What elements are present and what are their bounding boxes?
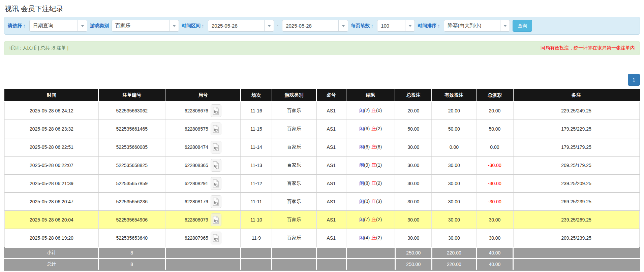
date-to-select[interactable]: 2025-05-28: [282, 20, 348, 32]
game-cell: 百家乐: [272, 156, 316, 174]
round-number: 622808291: [185, 181, 208, 186]
total-bet-link[interactable]: 30.00: [395, 174, 432, 193]
total-bet-link[interactable]: 20.00: [395, 102, 432, 120]
total-bet-link[interactable]: 30.00: [395, 138, 432, 156]
table-no-cell: AS1: [316, 102, 346, 120]
banker-score: (0): [376, 108, 382, 113]
result-cell: 闲(4)庄(2): [346, 229, 395, 247]
chevron-down-icon[interactable]: [78, 20, 87, 31]
player-score: (6): [364, 144, 370, 149]
subtotal-row: 小计 8 250.00 220.00 40.00: [5, 247, 640, 259]
game-cell: 百家乐: [272, 120, 316, 138]
table-row: 2025-05-28 06:21:39 522535657859 6228082…: [5, 174, 640, 193]
total-payout: 40.00: [476, 259, 513, 270]
round-number: 622808079: [185, 217, 208, 223]
video-file-icon: [213, 107, 219, 115]
round-number: 622808179: [185, 199, 208, 204]
chevron-down-icon[interactable]: [500, 20, 510, 31]
banker-label: 庄: [371, 162, 376, 168]
result-cell: 闲(6)庄(6): [346, 138, 395, 156]
result-cell: 闲(6)庄(2): [346, 120, 395, 138]
bet-id-cell: 522535658825: [98, 156, 165, 174]
player-label: 闲: [359, 144, 364, 149]
round-cell: 622808474: [165, 138, 241, 156]
round-cell: 622807965: [165, 229, 241, 247]
total-bet-link[interactable]: 30.00: [395, 211, 432, 229]
video-replay-button[interactable]: [211, 123, 221, 135]
video-replay-button[interactable]: [211, 195, 221, 208]
banker-label: 庄: [371, 126, 376, 131]
total-bet-link[interactable]: 30.00: [395, 193, 432, 211]
video-replay-button[interactable]: [211, 177, 221, 190]
currency-summary-text: 币别 : 人民币 | 总共 :8 注单 |: [9, 45, 68, 51]
query-type-label: 请选择：: [8, 23, 27, 29]
table-no-cell: AS1: [316, 174, 346, 193]
per-page-select[interactable]: 100: [377, 20, 415, 32]
banker-score: (3): [376, 199, 382, 204]
valid-bet-cell: 30.00: [432, 229, 476, 247]
game-type-select[interactable]: 百家乐: [112, 20, 179, 32]
video-replay-button[interactable]: [211, 159, 221, 172]
banker-label: 庄: [371, 180, 376, 186]
total-bet-link[interactable]: 50.00: [395, 120, 432, 138]
video-replay-button[interactable]: [211, 213, 221, 226]
total-bet-link[interactable]: 30.00: [395, 156, 432, 174]
time-cell: 2025-05-28 06:22:51: [5, 138, 99, 156]
player-label: 闲: [359, 180, 364, 186]
round-cell: 622808079: [165, 211, 241, 229]
video-replay-button[interactable]: [211, 104, 221, 117]
session-cell: 11-12: [241, 174, 272, 193]
player-label: 闲: [359, 199, 364, 204]
note-cell: 269.25/239.25: [513, 193, 640, 211]
total-valid-bet: 220.00: [432, 259, 476, 270]
chevron-down-icon[interactable]: [338, 20, 348, 31]
player-label: 闲: [359, 108, 364, 113]
banker-label: 庄: [371, 108, 376, 113]
game-cell: 百家乐: [272, 229, 316, 247]
session-cell: 11-9: [241, 229, 272, 247]
video-replay-button[interactable]: [211, 141, 221, 154]
player-label: 闲: [359, 217, 364, 222]
date-from-select[interactable]: 2025-05-28: [208, 20, 274, 32]
player-score: (6): [364, 126, 370, 131]
chevron-down-icon[interactable]: [405, 20, 415, 31]
round-cell: 622808291: [165, 174, 241, 193]
total-bet-link[interactable]: 30.00: [395, 229, 432, 247]
player-label: 闲: [359, 235, 364, 240]
table-no-cell: AS1: [316, 211, 346, 229]
pagination: 1: [4, 74, 640, 86]
chevron-down-icon[interactable]: [264, 20, 274, 31]
payout-cell: -30.00: [476, 193, 513, 211]
banker-score: (1): [376, 162, 382, 168]
session-cell: 11-13: [241, 156, 272, 174]
round-number: 622808575: [185, 126, 208, 132]
valid-bet-cell: 30.00: [432, 156, 476, 174]
time-cell: 2025-05-28 06:23:32: [5, 120, 99, 138]
bet-id-cell: 522535653640: [98, 229, 165, 247]
time-sort-value: 降幂(由大到小): [444, 20, 500, 31]
total-label: 总计: [5, 259, 99, 270]
payout-cell: 30.00: [476, 211, 513, 229]
video-file-icon: [213, 234, 219, 242]
valid-bet-cell: 30.00: [432, 193, 476, 211]
result-cell: 闲(0)庄(3): [346, 193, 395, 211]
table-no-cell: AS1: [316, 229, 346, 247]
time-sort-select[interactable]: 降幂(由大到小): [444, 20, 510, 32]
search-button[interactable]: 查询: [513, 20, 532, 32]
total-total-bet: 250.00: [395, 259, 432, 270]
valid-bet-warning-text: 同局有效投注，统一计算在该局第一张注单内: [541, 45, 635, 51]
col-bet-id: 注单编号: [98, 89, 165, 102]
query-type-select[interactable]: 日期查询: [29, 20, 87, 32]
session-cell: 11-14: [241, 138, 272, 156]
page-1-button[interactable]: 1: [628, 74, 640, 86]
table-row: 2025-05-28 06:22:07 522535658825 6228083…: [5, 156, 640, 174]
total-count: 8: [98, 259, 165, 270]
time-cell: 2025-05-28 06:22:07: [5, 156, 99, 174]
chevron-down-icon[interactable]: [169, 20, 179, 31]
table-row: 2025-05-28 06:22:51 522535660085 6228084…: [5, 138, 640, 156]
table-row: 2025-05-28 06:20:04 522535654906 6228080…: [5, 211, 640, 229]
filter-bar: 请选择： 日期查询 游戏类别 百家乐 时间区间： 2025-05-28 ~ 20…: [4, 17, 640, 35]
video-replay-button[interactable]: [211, 232, 221, 244]
per-page-value: 100: [377, 20, 405, 31]
banker-score: (2): [376, 235, 382, 240]
